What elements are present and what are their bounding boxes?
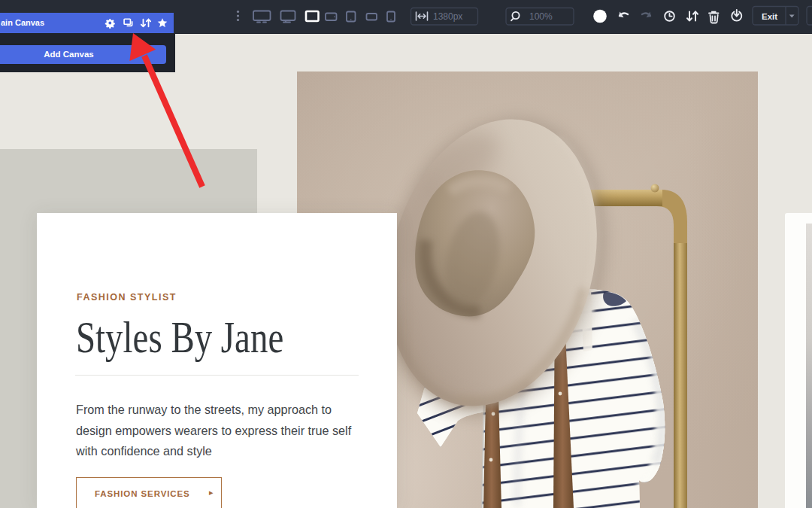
svg-text:1380px: 1380px (433, 11, 462, 22)
svg-text:100%: 100% (529, 11, 553, 22)
svg-text:Exit: Exit (762, 12, 777, 21)
